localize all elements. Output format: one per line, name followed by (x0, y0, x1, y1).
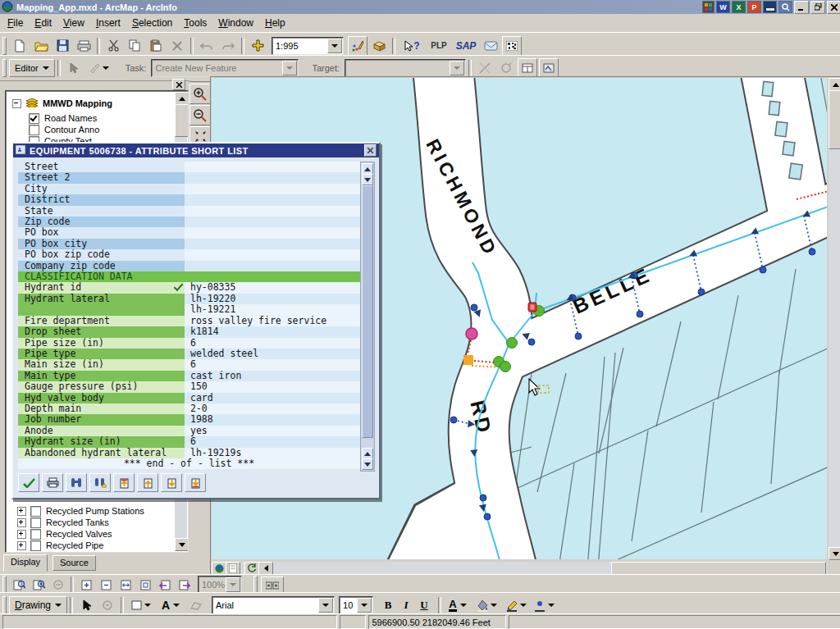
italic-button[interactable]: I (398, 595, 414, 615)
paste-button[interactable] (146, 36, 166, 56)
plp-button[interactable]: PLP (427, 36, 451, 56)
expand-icon[interactable] (17, 553, 26, 554)
next-page-button[interactable] (161, 473, 182, 492)
zoom-to-page-width-button[interactable] (116, 577, 135, 593)
attribute-row[interactable]: Depth main2-0 (18, 403, 360, 414)
dialog-close-icon[interactable] (364, 144, 377, 157)
dialog-title-bar[interactable]: EQUIPMENT 5006738 - ATTRIBUTE SHORT LIST (13, 144, 379, 157)
layer-label[interactable]: Recycled Tanks (46, 517, 109, 527)
menu-tools[interactable]: Tools (178, 15, 212, 31)
font-dropdown-arrow[interactable] (318, 598, 333, 613)
attribute-row[interactable]: CLASSIFICATION DATA (18, 271, 360, 282)
attribute-value[interactable]: 6 (185, 359, 360, 370)
attribute-value[interactable]: welded steel (185, 349, 360, 359)
attribute-value[interactable]: k1814 (185, 326, 360, 337)
powerpoint-icon[interactable]: P (747, 1, 761, 13)
attribute-row[interactable]: Hydrant idhy-08335 (18, 282, 360, 293)
edit-vertices-button[interactable] (186, 595, 206, 615)
focus-data-frame-button[interactable] (261, 577, 284, 593)
toc-scroll-down-icon[interactable] (175, 538, 189, 551)
attribute-value[interactable] (185, 227, 360, 238)
attribute-row[interactable]: PO box (18, 227, 360, 238)
menu-insert[interactable]: Insert (90, 15, 126, 31)
toolbar-grip[interactable] (189, 78, 211, 82)
toolbar-grip[interactable] (2, 596, 7, 614)
attribute-value[interactable]: card (185, 393, 360, 403)
layer-label[interactable]: Recycled Laterals (46, 552, 117, 553)
font-size-dropdown-arrow[interactable] (357, 598, 372, 613)
attribute-row[interactable]: Hydrant size (in)6 (18, 436, 360, 447)
redo-button[interactable] (218, 36, 238, 56)
sketch-tool-button[interactable] (85, 58, 113, 78)
expand-icon[interactable] (17, 530, 26, 539)
first-page-button[interactable] (113, 473, 135, 492)
go-forward-extent-button[interactable] (176, 577, 194, 593)
attribute-row[interactable]: PO box city (18, 239, 360, 249)
attribute-value[interactable] (185, 184, 360, 194)
font-name-combo[interactable]: Arial (212, 596, 335, 614)
layer-checkbox[interactable] (30, 517, 41, 528)
edit-tool-button[interactable] (64, 58, 84, 78)
open-button[interactable] (31, 36, 51, 56)
map-vscroll-thumb[interactable] (829, 90, 840, 149)
expand-icon[interactable] (17, 518, 26, 527)
expand-icon[interactable] (17, 507, 26, 516)
delete-button[interactable] (167, 36, 187, 56)
attribute-value[interactable] (185, 239, 360, 249)
page-zoom-in-button[interactable] (77, 577, 95, 593)
attribute-row[interactable]: Hyd valve bodycard (18, 393, 360, 403)
refresh-view-button[interactable] (244, 562, 259, 575)
toc-scroll-up-icon[interactable] (175, 92, 189, 105)
attribute-row[interactable]: District (18, 194, 360, 205)
attribute-row[interactable]: Gauge pressure (psi)150 (18, 381, 360, 392)
menu-edit[interactable]: Edit (29, 15, 57, 31)
map-scale-value[interactable]: 1:995 (272, 41, 326, 51)
map-vertical-scrollbar[interactable] (829, 78, 840, 560)
toolbar-grip[interactable] (2, 37, 7, 55)
attribute-value[interactable] (185, 206, 360, 217)
attribute-value[interactable]: yes (185, 426, 360, 436)
menu-file[interactable]: File (2, 15, 29, 31)
text-tool-button[interactable]: A (157, 595, 185, 615)
add-data-button[interactable] (248, 36, 267, 56)
dialog-scroll-up-icon[interactable] (362, 163, 373, 175)
dialog-scroll-down2-icon[interactable] (362, 458, 373, 470)
tab-source[interactable]: Source (52, 555, 96, 571)
undo-button[interactable] (197, 36, 217, 56)
attribute-value[interactable]: 6 (185, 338, 360, 349)
attribute-row[interactable]: Drop sheetk1814 (18, 326, 360, 337)
last-page-button[interactable] (185, 473, 206, 492)
shape-tool-button[interactable] (127, 595, 155, 615)
layer-checkbox[interactable] (30, 552, 41, 554)
layer-label[interactable]: Recycled Valves (46, 529, 112, 539)
layer-checkbox[interactable] (30, 540, 41, 551)
marker-color-button[interactable] (532, 595, 558, 615)
map-scroll-down-icon[interactable] (829, 547, 840, 560)
toc-root-label[interactable]: MMWD Mapping (43, 98, 112, 108)
attribute-row[interactable]: Job number1988 (18, 414, 360, 425)
attribute-value[interactable]: 1988 (185, 414, 360, 425)
attribute-value[interactable]: hy-08335 (185, 282, 360, 293)
toc-layer-item[interactable]: Recycled Pipe (17, 540, 103, 551)
attribute-value[interactable]: cast iron (185, 371, 360, 381)
rotate-tool-icon[interactable] (496, 58, 516, 78)
tab-display[interactable]: Display (3, 554, 48, 572)
zoom-whole-page-button[interactable] (10, 577, 28, 593)
close-button[interactable] (827, 1, 840, 14)
cut-button[interactable] (103, 36, 123, 56)
toc-close-icon[interactable] (172, 79, 185, 90)
pan-left-icon[interactable] (258, 562, 273, 575)
toc-root-item[interactable]: MMWD Mapping (12, 98, 112, 109)
previous-page-button[interactable] (137, 473, 158, 492)
menu-selection[interactable]: Selection (126, 15, 178, 31)
zoom-100-button[interactable] (30, 577, 48, 593)
attribute-row[interactable]: Pipe size (in)6 (18, 338, 360, 349)
excel-icon[interactable]: X (732, 1, 746, 13)
font-name-value[interactable]: Arial (212, 600, 317, 610)
layer-checkbox[interactable] (29, 113, 39, 124)
layer-checkbox[interactable] (30, 506, 41, 517)
underline-button[interactable]: U (416, 595, 432, 615)
attribute-row[interactable]: Street (18, 162, 360, 172)
fixed-100-button[interactable] (136, 577, 154, 593)
attribute-dialog[interactable]: EQUIPMENT 5006738 - ATTRIBUTE SHORT LIST… (11, 142, 381, 499)
